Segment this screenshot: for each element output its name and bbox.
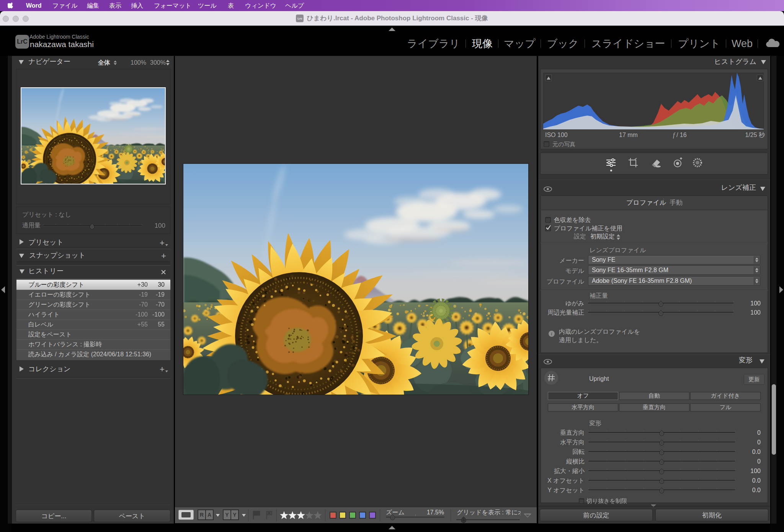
- svg-text:i: i: [551, 331, 552, 336]
